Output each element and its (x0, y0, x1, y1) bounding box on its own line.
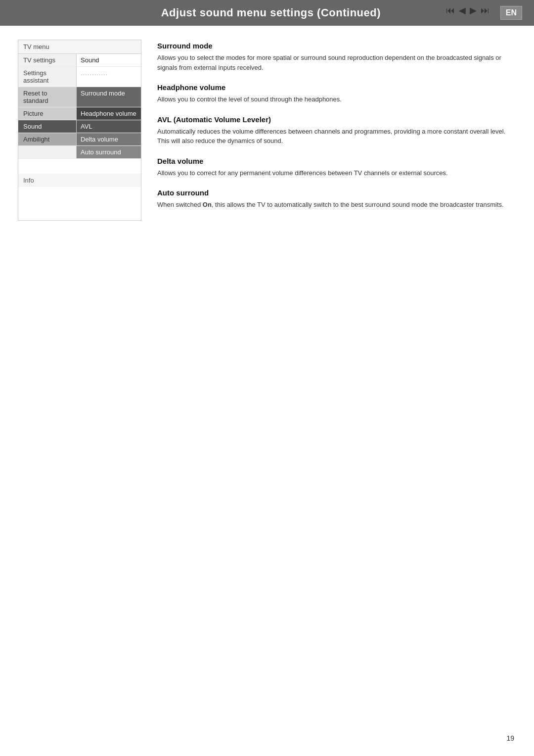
menu-item-auto-surround[interactable]: Auto surround (77, 146, 141, 158)
menu-item-tv-settings[interactable]: TV settings (18, 54, 77, 66)
section-body-headphone: Allows you to control the level of sound… (157, 94, 516, 104)
section-auto-surround: Auto surround When switched On, this all… (157, 189, 516, 210)
menu-item-sound-label[interactable]: Sound (77, 54, 141, 66)
next-icon[interactable]: ▶ (470, 5, 477, 16)
menu-row-auto-surround: Auto surround (18, 146, 141, 159)
section-body-auto: When switched On, this allows the TV to … (157, 200, 516, 210)
menu-row-reset: Reset to standard Surround mode (18, 87, 141, 107)
menu-row-picture: Picture Headphone volume (18, 107, 141, 120)
menu-item-info[interactable]: Info (18, 174, 141, 187)
skip-back-icon[interactable]: ⏮ (446, 5, 455, 16)
section-body-delta: Allows you to correct for any permanent … (157, 168, 516, 178)
menu-item-reset[interactable]: Reset to standard (18, 87, 77, 107)
section-delta-volume: Delta volume Allows you to correct for a… (157, 157, 516, 178)
section-body-avl: Automatically reduces the volume differe… (157, 127, 516, 146)
section-title-auto: Auto surround (157, 189, 516, 197)
menu-item-ambilight[interactable]: Ambilight (18, 133, 77, 145)
menu-item-sound[interactable]: Sound (18, 120, 77, 133)
menu-row-tv-settings: TV settings Sound (18, 54, 141, 67)
language-badge: EN (500, 6, 522, 20)
page-number: 19 (506, 734, 514, 742)
menu-item-avl[interactable]: AVL (77, 120, 141, 133)
menu-row-sound: Sound AVL (18, 120, 141, 133)
section-title-delta: Delta volume (157, 157, 516, 165)
right-content: Surround mode Allows you to select the m… (157, 40, 516, 221)
section-title-surround: Surround mode (157, 42, 516, 50)
section-headphone-volume: Headphone volume Allows you to control t… (157, 83, 516, 104)
main-content: TV menu TV settings Sound Settings assis… (0, 26, 534, 235)
menu-item-surround-mode[interactable]: Surround mode (77, 87, 141, 107)
tv-menu-header: TV menu (18, 40, 141, 54)
menu-item-settings-assistant[interactable]: Settings assistant (18, 67, 77, 87)
prev-icon[interactable]: ◀ (459, 5, 466, 16)
section-surround-mode: Surround mode Allows you to select the m… (157, 42, 516, 72)
tv-menu-panel: TV menu TV settings Sound Settings assis… (18, 40, 141, 221)
page-title: Adjust sound menu settings (Continued) (42, 6, 500, 19)
menu-item-headphone-volume[interactable]: Headphone volume (77, 107, 141, 120)
section-avl: AVL (Automatic Volume Leveler) Automatic… (157, 115, 516, 146)
menu-item-empty (18, 146, 77, 158)
menu-item-delta-volume[interactable]: Delta volume (77, 133, 141, 145)
menu-row-ambilight: Ambilight Delta volume (18, 133, 141, 146)
nav-icons: ⏮ ◀ ▶ ⏭ (446, 5, 490, 16)
section-title-headphone: Headphone volume (157, 83, 516, 92)
section-title-avl: AVL (Automatic Volume Leveler) (157, 115, 516, 124)
section-body-surround: Allows you to select the modes for more … (157, 53, 516, 72)
menu-row-settings-assistant: Settings assistant ............ (18, 67, 141, 87)
skip-forward-icon[interactable]: ⏭ (481, 5, 490, 16)
menu-item-picture[interactable]: Picture (18, 107, 77, 120)
menu-item-dotted[interactable]: ............ (77, 67, 141, 87)
